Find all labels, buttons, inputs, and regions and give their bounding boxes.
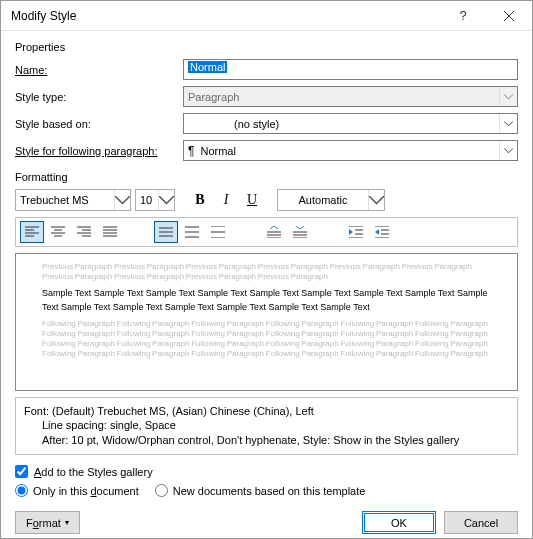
font-toolbar: Trebuchet MS 10 B I U Automatic [15,189,518,211]
format-button[interactable]: Format ▾ [15,511,80,534]
chevron-down-icon [114,190,130,210]
ok-button[interactable]: OK [362,511,436,534]
name-input[interactable]: Normal [183,59,518,80]
dialog-content: Properties Name: Normal Style type: Para… [1,31,532,539]
chevron-down-icon [368,190,384,210]
new-docs-radio[interactable] [155,484,168,497]
preview-following: Following Paragraph Following Paragraph … [42,319,491,359]
spacing-1-button[interactable] [154,221,178,243]
indent-increase-button[interactable] [370,221,394,243]
triangle-down-icon: ▾ [65,518,69,527]
align-left-button[interactable] [20,221,44,243]
preview-sample: Sample Text Sample Text Sample Text Samp… [42,286,491,315]
close-button[interactable] [486,1,532,31]
style-based-on-select[interactable]: (no style) [183,113,518,134]
bold-button[interactable]: B [189,189,211,211]
font-size-select[interactable]: 10 [135,189,175,211]
spacing-15-button[interactable] [180,221,204,243]
chevron-down-icon [158,190,174,210]
space-before-inc-button[interactable] [262,221,286,243]
style-following-value: Normal [200,145,235,157]
help-button[interactable]: ? [440,1,486,31]
style-type-value: Paragraph [188,91,239,103]
add-gallery-checkbox[interactable] [15,465,28,478]
space-before-dec-button[interactable] [288,221,312,243]
cancel-label: Cancel [464,517,498,529]
close-icon [504,11,514,21]
ok-label: OK [391,517,407,529]
align-justify-button[interactable] [98,221,122,243]
footer: Format ▾ OK Cancel [15,511,518,536]
modify-style-dialog: Modify Style ? Properties Name: Normal S… [0,0,533,539]
pilcrow-icon: ¶ [188,144,194,158]
new-docs-option[interactable]: New documents based on this template [155,484,366,497]
chevron-down-icon [499,114,517,133]
desc-line2: Line spacing: single, Space [24,418,509,432]
only-doc-option[interactable]: Only in this document [15,484,139,497]
font-name-select[interactable]: Trebuchet MS [15,189,131,211]
description-box: Font: (Default) Trebuchet MS, (Asian) Ch… [15,397,518,455]
italic-button[interactable]: I [215,189,237,211]
only-doc-radio[interactable] [15,484,28,497]
add-gallery-label: Add to the Styles gallery [34,466,153,478]
titlebar: Modify Style ? [1,1,532,31]
style-based-on-value: (no style) [234,118,279,130]
align-center-button[interactable] [46,221,70,243]
font-color-value: Automatic [299,194,348,206]
style-following-select[interactable]: ¶ Normal [183,140,518,161]
properties-group-label: Properties [15,41,518,53]
style-type-select[interactable]: Paragraph [183,86,518,107]
name-value: Normal [188,61,227,73]
indent-decrease-button[interactable] [344,221,368,243]
chevron-down-icon [499,87,517,106]
preview-previous: Previous Paragraph Previous Paragraph Pr… [42,262,491,282]
font-name-value: Trebuchet MS [20,194,89,206]
font-size-value: 10 [140,194,152,206]
desc-line1: Font: (Default) Trebuchet MS, (Asian) Ch… [24,405,314,417]
font-color-select[interactable]: Automatic [277,189,385,211]
paragraph-toolbar [15,217,518,247]
spacing-2-button[interactable] [206,221,230,243]
dialog-title: Modify Style [11,9,440,23]
cancel-button[interactable]: Cancel [444,511,518,534]
align-right-button[interactable] [72,221,96,243]
add-gallery-row: Add to the Styles gallery [15,465,518,478]
scope-row: Only in this document New documents base… [15,484,518,497]
style-based-on-label: Style based on: [15,118,183,130]
new-docs-label: New documents based on this template [173,485,366,497]
style-type-label: Style type: [15,91,183,103]
formatting-group-label: Formatting [15,171,518,183]
desc-line3: After: 10 pt, Widow/Orphan control, Don'… [24,433,509,447]
format-label: Format [26,517,61,529]
style-following-label: Style for following paragraph: [15,145,183,157]
only-doc-label: Only in this document [33,485,139,497]
underline-button[interactable]: U [241,189,263,211]
chevron-down-icon [499,141,517,160]
preview-box: Previous Paragraph Previous Paragraph Pr… [15,253,518,391]
name-label: Name: [15,64,183,76]
